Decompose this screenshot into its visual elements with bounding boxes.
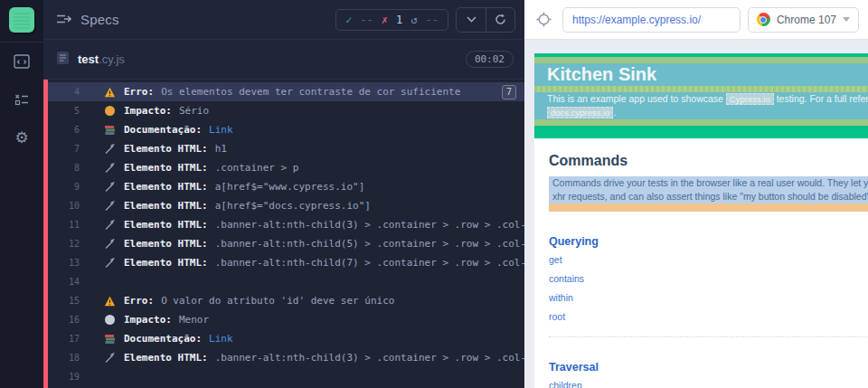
log-label: Documentação:	[124, 124, 202, 136]
spec-file-name: test.cy.js	[78, 52, 125, 66]
line-number: 12	[56, 239, 80, 249]
log-row[interactable]: 16Impacto:Menor	[43, 310, 524, 329]
log-value: Os elementos devem ter contraste de cor …	[161, 86, 460, 98]
line-number: 18	[56, 353, 80, 363]
log-row[interactable]: 13Elemento HTML:.banner-alt:nth-child(7)…	[43, 253, 524, 272]
a11y-highlight-band	[534, 57, 868, 63]
log-row[interactable]: 6Documentação:Link	[43, 120, 524, 139]
command-link-within[interactable]: within	[549, 292, 868, 303]
commands-description: Commands drive your tests in the browser…	[549, 176, 868, 203]
log-label: Elemento HTML:	[124, 162, 208, 174]
command-link-root[interactable]: root	[549, 311, 868, 322]
command-link-children[interactable]: children	[549, 380, 868, 388]
commands-content: Commands Commands drive your tests in th…	[534, 138, 868, 388]
wrench-icon	[103, 182, 116, 193]
spec-file-row[interactable]: test.cy.js 00:02	[43, 40, 524, 80]
reporter-main: Specs ✓ -- ✗ 1 ↺ --	[43, 0, 524, 388]
chevron-down-icon	[843, 17, 850, 22]
line-number: 19	[56, 372, 80, 382]
banner-intro-line1: This is an example app used to showcase …	[534, 92, 868, 106]
log-row[interactable]: 9Elemento HTML:a[href$="www.cypress.io"]	[43, 177, 524, 196]
command-link-get[interactable]: get	[549, 254, 868, 265]
log-row[interactable]: 7Elemento HTML:h1	[43, 139, 524, 158]
nav-sidebar: ⚙	[0, 0, 43, 388]
wrench-icon	[103, 144, 116, 155]
line-number: 17	[56, 334, 80, 344]
aut-viewport: Kitchen Sink This is an example app used…	[524, 40, 868, 388]
impact-minor-icon	[103, 315, 116, 325]
books-icon	[103, 125, 116, 136]
line-number: 11	[56, 220, 80, 230]
wrench-icon	[103, 258, 116, 269]
selector-playground-icon[interactable]	[532, 8, 555, 32]
section-divider	[549, 336, 868, 337]
log-row[interactable]: 5Impacto:Sério	[43, 101, 524, 120]
runs-nav-icon[interactable]	[0, 80, 43, 118]
wrench-icon	[103, 163, 116, 174]
log-row[interactable]: 18Elemento HTML:.banner-alt:nth-child(3)…	[43, 348, 524, 367]
line-number: 7	[56, 144, 80, 154]
log-row[interactable]: 8Elemento HTML:.container > p	[43, 158, 524, 177]
specs-nav-icon[interactable]	[0, 43, 43, 80]
a11y-orange-highlight	[549, 203, 868, 212]
browser-selector[interactable]: Chrome 107	[748, 7, 859, 33]
commands-heading: Commands	[549, 153, 868, 169]
section-heading[interactable]: Traversal	[549, 361, 868, 374]
passed-count: --	[360, 14, 373, 26]
log-row[interactable]: 4Erro:Os elementos devem ter contraste d…	[43, 82, 524, 101]
command-section-querying: Queryinggetcontainswithinroot	[549, 235, 868, 322]
doc-link[interactable]: Link	[209, 124, 233, 136]
log-label: Elemento HTML:	[124, 257, 208, 269]
section-heading[interactable]: Querying	[549, 235, 868, 248]
cypress-runner-window: ⚙ Specs ✓ -- ✗ 1 ↺ --	[0, 0, 868, 388]
wrench-icon	[103, 353, 116, 364]
log-label: Elemento HTML:	[124, 200, 208, 212]
a11y-highlight-band	[534, 119, 868, 126]
failed-test-indicator	[43, 80, 48, 388]
log-label: Elemento HTML:	[124, 181, 208, 193]
log-label: Impacto:	[124, 105, 172, 117]
line-number: 8	[56, 163, 80, 173]
log-value: .banner-alt:nth-child(7) > .container > …	[215, 257, 524, 269]
line-number: 4	[56, 87, 80, 97]
line-number: 5	[56, 106, 80, 116]
kitchen-sink-banner: Kitchen Sink This is an example app used…	[534, 53, 868, 138]
specs-title: Specs	[80, 12, 119, 27]
kitchen-sink-page: Kitchen Sink This is an example app used…	[534, 53, 868, 388]
log-row[interactable]: 19	[43, 367, 524, 386]
log-row[interactable]: 15Erro:O valor do atributo 'id' deve ser…	[43, 291, 524, 310]
rerun-button[interactable]	[486, 8, 514, 32]
log-label: Elemento HTML:	[124, 219, 208, 231]
command-section-traversal: Traversalchildren	[549, 361, 868, 388]
wrench-icon	[103, 239, 116, 250]
books-icon	[103, 334, 116, 345]
line-number: 15	[56, 296, 80, 306]
line-number: 16	[56, 315, 80, 325]
chrome-icon	[757, 13, 770, 26]
reporter-panel: ⚙ Specs ✓ -- ✗ 1 ↺ --	[0, 0, 524, 388]
doc-link[interactable]: Link	[209, 333, 233, 345]
spec-file-icon	[56, 51, 70, 69]
command-sections: QueryinggetcontainswithinrootTraversalch…	[549, 235, 868, 388]
command-link-contains[interactable]: contains	[549, 273, 868, 284]
spec-timer-badge: 00:02	[466, 51, 514, 68]
docs-link[interactable]: docs.cypress.io	[547, 107, 613, 118]
log-label: Elemento HTML:	[124, 143, 208, 155]
log-row[interactable]: 17Documentação:Link	[43, 329, 524, 348]
log-row[interactable]: 12Elemento HTML:.banner-alt:nth-child(5)…	[43, 234, 524, 253]
log-value: a[href$="docs.cypress.io"]	[215, 200, 371, 212]
line-number: 10	[56, 201, 80, 211]
cypress-io-link[interactable]: Cypress.io	[726, 93, 774, 105]
url-input[interactable]	[562, 7, 741, 33]
log-row[interactable]: 14	[43, 272, 524, 291]
specs-header: Specs ✓ -- ✗ 1 ↺ --	[43, 0, 524, 40]
header-actions	[456, 7, 515, 33]
collapse-all-button[interactable]	[457, 8, 486, 32]
settings-gear-icon[interactable]: ⚙	[0, 118, 43, 156]
collapse-specs-icon[interactable]	[56, 12, 71, 28]
warning-icon	[103, 296, 116, 307]
log-label: Elemento HTML:	[124, 352, 208, 364]
cypress-logo[interactable]	[9, 7, 34, 33]
log-row[interactable]: 10Elemento HTML:a[href$="docs.cypress.io…	[43, 196, 524, 215]
log-row[interactable]: 11Elemento HTML:.banner-alt:nth-child(3)…	[43, 215, 524, 234]
